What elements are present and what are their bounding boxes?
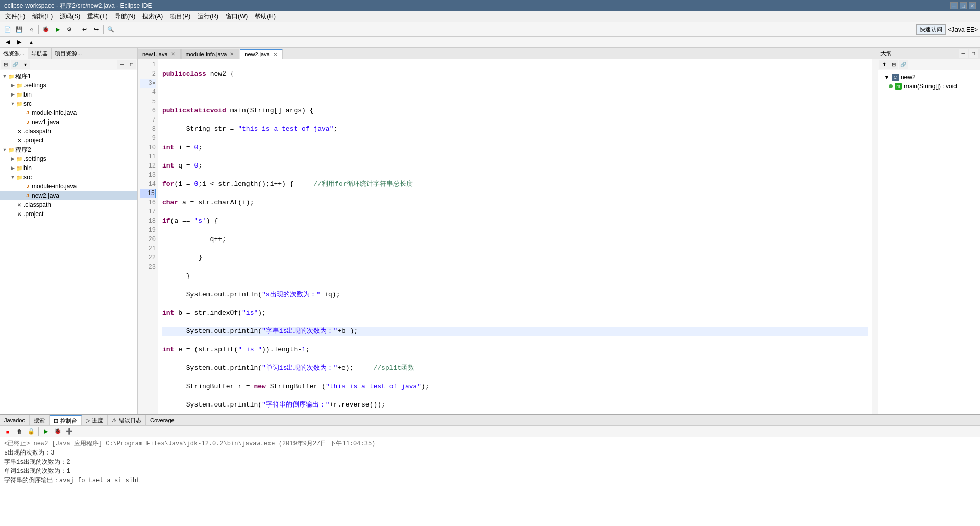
- tab-moduleinfo[interactable]: module-info.java ✕: [181, 49, 240, 59]
- console-terminate-button[interactable]: ■: [2, 426, 13, 437]
- code-content[interactable]: public class new2 { public static void m…: [158, 59, 872, 414]
- tree-project2[interactable]: ✕ .project: [0, 209, 137, 219]
- tree-settings1[interactable]: ▶ 📁 .settings: [0, 81, 137, 90]
- line-num-11: 11: [140, 152, 156, 161]
- outline-link-button[interactable]: 🔗: [899, 60, 908, 69]
- tree-moduleinfo2[interactable]: J module-info.java: [0, 182, 137, 191]
- menu-navigate[interactable]: 导航(N): [112, 11, 139, 22]
- tree-new2[interactable]: J new2.java: [0, 191, 137, 200]
- menu-file[interactable]: 文件(F): [2, 11, 28, 22]
- console-new-button[interactable]: ➕: [64, 426, 75, 437]
- outline-filter-button[interactable]: ⊟: [889, 60, 898, 69]
- line-num-2: 2: [140, 69, 156, 79]
- line-num-22: 22: [140, 253, 156, 262]
- code-line-14: int b = str.indexOf("is");: [162, 308, 868, 318]
- maximize-panel-button[interactable]: □: [127, 60, 136, 69]
- outline-sort-button[interactable]: ⬆: [879, 60, 889, 69]
- menu-project[interactable]: 项目(P): [167, 11, 193, 22]
- progress-icon: ▷: [86, 417, 90, 424]
- tree-prog1[interactable]: ▼ 📁 程序1: [0, 71, 137, 81]
- forward-button[interactable]: ▶: [14, 37, 25, 48]
- line-num-5: 5: [140, 97, 156, 106]
- maximize-button[interactable]: □: [960, 2, 967, 9]
- menu-run[interactable]: 运行(R): [194, 11, 222, 22]
- minimize-button[interactable]: ─: [950, 2, 958, 9]
- tree-prog2[interactable]: ▼ 📁 程序2: [0, 145, 137, 154]
- menu-source[interactable]: 源码(S): [57, 11, 83, 22]
- expand-spacer-new1: [18, 119, 23, 125]
- editor-scrollbar[interactable]: [872, 59, 878, 414]
- tree-label-moduleinfo1: module-info.java: [32, 109, 77, 116]
- line-num-15: 15: [140, 189, 156, 198]
- tree-label-prog1: 程序1: [15, 72, 31, 81]
- up-button[interactable]: ▲: [26, 37, 37, 48]
- tree-classpath2[interactable]: ✕ .classpath: [0, 200, 137, 209]
- tab-console[interactable]: ⊞ 控制台: [50, 415, 82, 425]
- tab-error-log[interactable]: ⚠ 错误日志: [108, 415, 146, 425]
- tab-package-explorer[interactable]: 包资源...: [0, 48, 28, 59]
- tab-navigator[interactable]: 导航器: [28, 48, 52, 59]
- back-button[interactable]: ◀: [2, 37, 13, 48]
- tab-search[interactable]: 搜索: [30, 415, 50, 425]
- collapse-all-button[interactable]: ⊟: [1, 60, 10, 69]
- tab-project-explorer[interactable]: 项目资源...: [52, 48, 85, 59]
- tab-new2[interactable]: new2.java ✕: [240, 49, 283, 59]
- panel-menu-button[interactable]: ▾: [20, 60, 30, 69]
- tree-moduleinfo1[interactable]: J module-info.java: [0, 108, 137, 117]
- outline-maximize-button[interactable]: □: [969, 49, 978, 58]
- console-scroll-lock-button[interactable]: 🔒: [26, 426, 37, 437]
- console-run-button[interactable]: ▶: [40, 426, 52, 437]
- expand-spacer-new2: [18, 193, 23, 198]
- tab-coverage[interactable]: Coverage: [146, 415, 179, 425]
- tree-classpath1[interactable]: ✕ .classpath: [0, 127, 137, 136]
- tab-new1[interactable]: new1.java ✕: [138, 49, 181, 59]
- tab-javadoc[interactable]: Javadoc: [0, 415, 30, 425]
- close-tab-moduleinfo[interactable]: ✕: [229, 51, 235, 57]
- close-tab-new1[interactable]: ✕: [170, 51, 176, 57]
- menu-search[interactable]: 搜索(A): [139, 11, 166, 22]
- console-clear-button[interactable]: 🗑: [14, 426, 25, 437]
- new-button[interactable]: 📄: [2, 24, 13, 35]
- tree-bin2[interactable]: ▶ 📁 bin: [0, 163, 137, 173]
- console-debug-button[interactable]: 🐞: [52, 426, 63, 437]
- perspective-label: <Java EE>: [948, 26, 978, 33]
- tree-src2[interactable]: ▼ 📁 src: [0, 173, 137, 182]
- panel-toolbar: ⊟ 🔗 ▾ ─ □: [0, 59, 137, 70]
- external-tool-button[interactable]: ⚙: [64, 24, 75, 35]
- tree-label-project1: .project: [23, 137, 43, 144]
- outline-method-item[interactable]: m main(String[]) : void: [880, 82, 978, 91]
- tab-progress[interactable]: ▷ 进度: [82, 415, 108, 425]
- menu-help[interactable]: 帮助(H): [252, 11, 279, 22]
- outline-class-item[interactable]: ▼ C new2: [880, 73, 978, 82]
- menu-refactor[interactable]: 重构(T): [84, 11, 110, 22]
- quick-access-box[interactable]: 快速访问: [916, 24, 946, 35]
- tree-label-classpath2: .classpath: [23, 201, 51, 208]
- tree-src1[interactable]: ▼ 📁 src: [0, 99, 137, 108]
- outline-method-name: main(String[]) : void: [904, 83, 957, 90]
- expand-spacer-moduleinfo1: [18, 110, 23, 115]
- outline-minimize-button[interactable]: ─: [959, 49, 968, 58]
- close-tab-new2[interactable]: ✕: [272, 51, 278, 57]
- folder-icon-src2: 📁: [15, 175, 23, 180]
- tree-project1[interactable]: ✕ .project: [0, 136, 137, 145]
- debug-button[interactable]: 🐞: [40, 24, 52, 35]
- tree-new1[interactable]: J new1.java: [0, 117, 137, 127]
- search-button[interactable]: 🔍: [105, 24, 116, 35]
- line-num-3: 3●: [140, 79, 156, 88]
- tree-bin1[interactable]: ▶ 📁 bin: [0, 90, 137, 99]
- java-icon-moduleinfo2: J: [23, 184, 32, 189]
- undo-button[interactable]: ↩: [79, 24, 90, 35]
- redo-button[interactable]: ↪: [90, 24, 102, 35]
- tree-settings2[interactable]: ▶ 📁 .settings: [0, 154, 137, 163]
- link-editor-button[interactable]: 🔗: [11, 60, 20, 69]
- print-button[interactable]: 🖨: [26, 24, 37, 35]
- menu-window[interactable]: 窗口(W): [223, 11, 251, 22]
- save-button[interactable]: 💾: [14, 24, 25, 35]
- tree-label-settings2: .settings: [23, 155, 46, 162]
- menu-edit[interactable]: 编辑(E): [29, 11, 56, 22]
- close-button[interactable]: ✕: [969, 2, 976, 9]
- code-editor[interactable]: 1 2 3● 4 5 6 7 8 9 10 11 12 13 14: [138, 59, 878, 414]
- minimize-panel-button[interactable]: ─: [117, 60, 127, 69]
- run-button[interactable]: ▶: [52, 24, 63, 35]
- console-icon: ⊞: [54, 418, 58, 424]
